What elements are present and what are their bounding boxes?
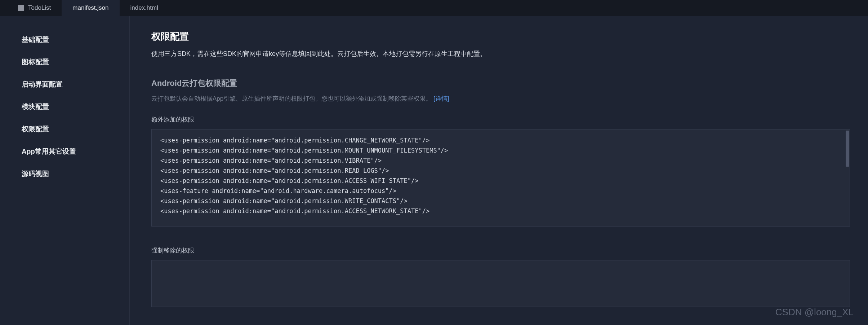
editor-tabs: TodoList manifest.json index.html	[0, 0, 868, 16]
removed-permissions-input[interactable]	[151, 260, 850, 307]
sidebar-item-app-settings[interactable]: App常用其它设置	[0, 140, 129, 163]
extra-permissions-input[interactable]: <uses-permission android:name="android.p…	[151, 129, 850, 227]
scrollbar-thumb[interactable]	[846, 131, 849, 167]
removed-permissions-label: 强制移除的权限	[151, 246, 850, 255]
details-link[interactable]: [详情]	[433, 95, 449, 102]
sidebar-item-permission-config[interactable]: 权限配置	[0, 118, 129, 140]
content-area: 权限配置 使用三方SDK，需在这些SDK的官网申请key等信息填回到此处。云打包…	[130, 16, 868, 325]
file-icon	[18, 5, 24, 11]
extra-permissions-label: 额外添加的权限	[151, 115, 850, 124]
tab-label: manifest.json	[72, 4, 108, 12]
tab-manifest[interactable]: manifest.json	[62, 0, 119, 16]
sidebar-item-source-view[interactable]: 源码视图	[0, 163, 129, 185]
sidebar-item-splash-config[interactable]: 启动界面配置	[0, 73, 129, 96]
section-title: Android云打包权限配置	[151, 78, 850, 89]
tab-label: index.html	[130, 4, 158, 12]
tab-todolist[interactable]: TodoList	[7, 0, 62, 16]
section-description: 云打包默认会自动根据App引擎、原生插件所声明的权限打包。您也可以额外添加或强制…	[151, 95, 850, 103]
sidebar-item-module-config[interactable]: 模块配置	[0, 96, 129, 118]
extra-permissions-wrapper: <uses-permission android:name="android.p…	[151, 129, 850, 227]
settings-sidebar: 基础配置 图标配置 启动界面配置 模块配置 权限配置 App常用其它设置 源码视…	[0, 16, 130, 325]
page-description: 使用三方SDK，需在这些SDK的官网申请key等信息填回到此处。云打包后生效。本…	[151, 49, 850, 58]
sidebar-item-basic-config[interactable]: 基础配置	[0, 28, 129, 51]
page-title: 权限配置	[151, 30, 850, 43]
sidebar-item-icon-config[interactable]: 图标配置	[0, 51, 129, 73]
main-container: 基础配置 图标配置 启动界面配置 模块配置 权限配置 App常用其它设置 源码视…	[0, 16, 868, 325]
tab-index[interactable]: index.html	[120, 0, 169, 16]
tab-label: TodoList	[28, 4, 51, 12]
